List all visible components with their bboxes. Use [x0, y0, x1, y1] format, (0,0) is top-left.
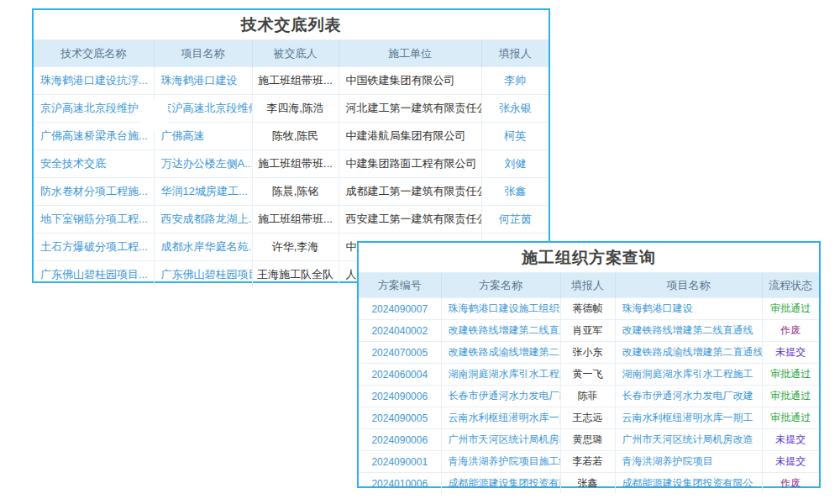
disclosure-name-link[interactable]: 京沪高速北京段维护: [34, 95, 154, 123]
plan-name-link[interactable]: 改建铁路线增建第二线直通线（: [441, 320, 560, 342]
recipient-cell: 施工班组带班...: [252, 150, 339, 178]
disclosure-name-link[interactable]: 广东佛山碧桂园项目...: [34, 261, 154, 289]
project-name-link[interactable]: 改建铁路线增建第二线直通线: [615, 320, 762, 342]
reporter-link[interactable]: 刘健: [481, 150, 549, 178]
project-name-link[interactable]: 湖南洞庭湖水库引水工程施工: [615, 364, 762, 386]
project-name-link[interactable]: 成都能源建设集团投资有限公: [615, 473, 762, 495]
status-badge: 审批通过: [762, 364, 819, 386]
reporter-link[interactable]: 何芷茵: [481, 206, 549, 234]
project-name-link[interactable]: 云南水利枢纽潜明水库一期工: [615, 407, 762, 429]
unit-cell: 中建港航局集团有限公司: [339, 123, 481, 150]
recipient-cell: 陈晨,陈铭: [252, 178, 339, 206]
unit-cell: 成都建工第一建筑有限责任公司: [339, 178, 481, 206]
white-patch: [140, 100, 168, 130]
reporter-link[interactable]: 张永银: [481, 95, 549, 123]
panel-title: 施工组织方案查询: [359, 243, 819, 273]
panel-title: 技术交底列表: [34, 10, 549, 40]
project-name-link[interactable]: 成都水岸华庭名苑...: [154, 234, 252, 261]
column-header: 被交底人: [252, 40, 339, 67]
recipient-cell: 李四海,陈浩: [252, 95, 339, 123]
column-header: 方案名称: [441, 273, 560, 298]
column-header: 施工单位: [339, 40, 481, 67]
disclosure-name-link[interactable]: 地下室钢筋分项工程...: [34, 206, 154, 234]
plan-name-link[interactable]: 青海洪湖养护院项目施工组织设: [441, 451, 560, 473]
plan-name-link[interactable]: 广州市天河区统计局机房改造项: [441, 429, 560, 451]
project-name-link[interactable]: 西安成都路龙湖上...: [154, 206, 252, 234]
table-row: 2024090005 云南水利枢纽潜明水库一期工程 王志远 云南水利枢纽潜明水库…: [359, 407, 819, 429]
table-row: 京沪高速北京段维护 京沪高速北京段维修 李四海,陈浩 河北建工第一建筑有限责任公…: [34, 95, 549, 123]
plan-name-link[interactable]: 云南水利枢纽潜明水库一期工程: [441, 407, 560, 429]
column-header: 项目名称: [615, 273, 762, 298]
column-header: 项目名称: [154, 40, 252, 67]
project-name-link[interactable]: 珠海鹤港口建设: [154, 67, 252, 95]
plan-name-link[interactable]: 成都能源建设集团投资有限公司: [441, 473, 560, 495]
table-header-row: 技术交底名称 项目名称 被交底人 施工单位 填报人: [34, 40, 549, 67]
reporter-link[interactable]: 李帅: [481, 67, 549, 95]
project-name-link[interactable]: 青海洪湖养护院项目: [615, 451, 762, 473]
reporter-cell: 蒋德帧: [560, 298, 615, 320]
reporter-cell: 黄思璐: [560, 429, 615, 451]
unit-cell: 河北建工第一建筑有限责任公司: [339, 95, 481, 123]
project-name-link[interactable]: 华润12城房建工...: [154, 178, 252, 206]
project-name-link[interactable]: 广州市天河区统计局机房改造: [615, 429, 762, 451]
plan-name-link[interactable]: 珠海鹤港口建设施工组织设计: [441, 298, 560, 320]
plan-id-link[interactable]: 2024090006: [359, 429, 441, 451]
recipient-cell: 许华,李海: [252, 234, 339, 261]
disclosure-name-link[interactable]: 土石方爆破分项工程...: [34, 234, 154, 261]
unit-cell: 中国铁建集团有限公司: [339, 67, 481, 95]
plan-name-link[interactable]: 改建铁路成渝线增建第二直通线: [441, 342, 560, 364]
project-name-link[interactable]: 京沪高速北京段维修: [154, 95, 252, 123]
column-header: 流程状态: [762, 273, 819, 298]
status-badge: 未提交: [762, 342, 819, 364]
reporter-cell: 黄一飞: [560, 364, 615, 386]
plan-id-link[interactable]: 2024060004: [359, 364, 441, 386]
recipient-cell: 陈牧,陈民: [252, 123, 339, 150]
construction-plan-table: 方案编号 方案名称 填报人 项目名称 流程状态 2024090007 珠海鹤港口…: [359, 273, 819, 494]
table-row: 2024090001 青海洪湖养护院项目施工组织设 李若若 青海洪湖养护院项目 …: [359, 451, 819, 473]
table-row: 2024090006 广州市天河区统计局机房改造项 黄思璐 广州市天河区统计局机…: [359, 429, 819, 451]
project-name-link[interactable]: 广东佛山碧桂园项目: [154, 261, 252, 289]
status-badge: 作废: [762, 473, 819, 495]
disclosure-name-link[interactable]: 广佛高速桥梁承台施...: [34, 123, 154, 150]
project-name-link[interactable]: 广佛高速: [154, 123, 252, 150]
reporter-cell: 张鑫: [560, 473, 615, 495]
reporter-link[interactable]: 柯英: [481, 123, 549, 150]
project-name-link[interactable]: 改建铁路成渝线增建第二直通线: [615, 342, 762, 364]
project-name-link[interactable]: 长春市伊通河水力发电厂改建: [615, 386, 762, 407]
reporter-link[interactable]: 张鑫: [481, 178, 549, 206]
column-header: 填报人: [481, 40, 549, 67]
plan-id-link[interactable]: 2024090005: [359, 407, 441, 429]
recipient-cell: 施工班组带班...: [252, 67, 339, 95]
plan-id-link[interactable]: 2024070005: [359, 342, 441, 364]
status-badge: 审批通过: [762, 407, 819, 429]
plan-id-link[interactable]: 2024010006: [359, 473, 441, 495]
disclosure-name-link[interactable]: 珠海鹤港口建设抗浮...: [34, 67, 154, 95]
plan-name-link[interactable]: 湖南洞庭湖水库引水工程施工标: [441, 364, 560, 386]
table-row: 广佛高速桥梁承台施... 广佛高速 陈牧,陈民 中建港航局集团有限公司 柯英: [34, 123, 549, 150]
project-name-link[interactable]: 珠海鹤港口建设: [615, 298, 762, 320]
table-row: 2024040002 改建铁路线增建第二线直通线（ 肖亚军 改建铁路线增建第二线…: [359, 320, 819, 342]
column-header: 方案编号: [359, 273, 441, 298]
disclosure-name-link[interactable]: 安全技术交底: [34, 150, 154, 178]
reporter-cell: 张小东: [560, 342, 615, 364]
plan-name-link[interactable]: 长春市伊通河水力发电厂改建工: [441, 386, 560, 407]
status-badge: 审批通过: [762, 386, 819, 407]
table-row: 2024010006 成都能源建设集团投资有限公司 张鑫 成都能源建设集团投资有…: [359, 473, 819, 495]
plan-id-link[interactable]: 2024040002: [359, 320, 441, 342]
table-row: 安全技术交底 万达办公楼左侧A... 施工班组带班... 中建集团路面工程有限公…: [34, 150, 549, 178]
plan-id-link[interactable]: 2024090007: [359, 298, 441, 320]
project-name-link[interactable]: 万达办公楼左侧A...: [154, 150, 252, 178]
reporter-cell: 陈菲: [560, 386, 615, 407]
column-header: 填报人: [560, 273, 615, 298]
table-row: 2024090006 长春市伊通河水力发电厂改建工 陈菲 长春市伊通河水力发电厂…: [359, 386, 819, 407]
column-header: 技术交底名称: [34, 40, 154, 67]
table-row: 珠海鹤港口建设抗浮... 珠海鹤港口建设 施工班组带班... 中国铁建集团有限公…: [34, 67, 549, 95]
disclosure-name-link[interactable]: 防水卷材分项工程施...: [34, 178, 154, 206]
reporter-cell: 肖亚军: [560, 320, 615, 342]
table-row: 2024060004 湖南洞庭湖水库引水工程施工标 黄一飞 湖南洞庭湖水库引水工…: [359, 364, 819, 386]
construction-plan-panel: 施工组织方案查询 方案编号 方案名称 填报人 项目名称 流程状态 2024090…: [357, 241, 821, 488]
plan-id-link[interactable]: 2024090006: [359, 386, 441, 407]
unit-cell: 西安建工第一建筑有限责任公司: [339, 206, 481, 234]
plan-id-link[interactable]: 2024090001: [359, 451, 441, 473]
reporter-cell: 王志远: [560, 407, 615, 429]
